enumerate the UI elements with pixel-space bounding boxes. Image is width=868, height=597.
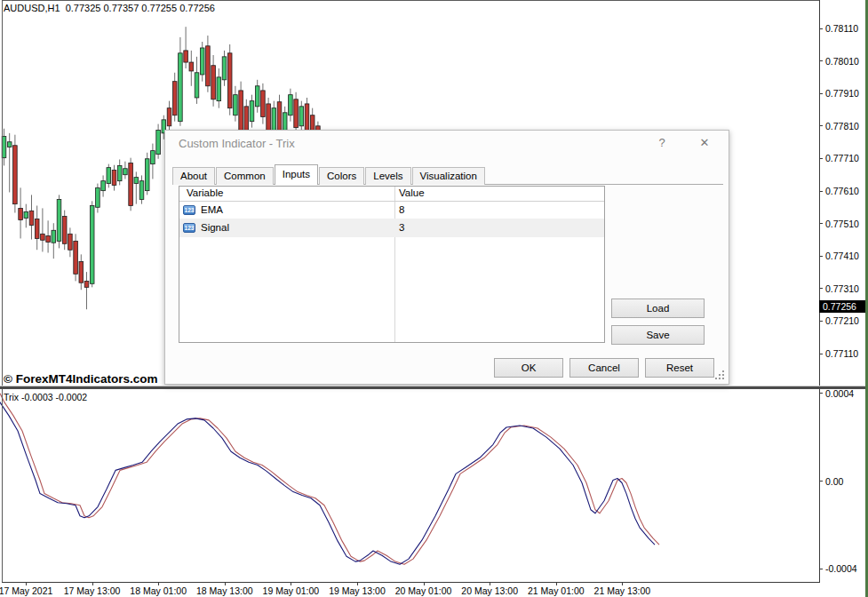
indicator-axis-tick bbox=[819, 569, 823, 569]
chart-top-border bbox=[2, 0, 820, 1]
current-price-tag: 0.77256 bbox=[819, 300, 866, 313]
indicator-axis-label: 0.0004 bbox=[825, 388, 854, 399]
price-axis-tick bbox=[819, 321, 823, 322]
column-header-variable: Variable bbox=[187, 187, 223, 198]
watermark: © ForexMT4Indicators.com bbox=[4, 372, 157, 386]
dialog-title: Custom Indicator - Trix bbox=[179, 137, 295, 150]
tab-bar: AboutCommonInputsColorsLevelsVisualizati… bbox=[172, 164, 486, 185]
numeric-parameter-icon: 123 bbox=[183, 205, 195, 215]
tab-inputs[interactable]: Inputs bbox=[275, 164, 318, 185]
indicator-axis-label: 0.00 bbox=[825, 476, 843, 487]
price-axis-tick bbox=[819, 28, 823, 29]
symbol-quote-line: AUDUSD,H1 0.77325 0.77357 0.77255 0.7725… bbox=[4, 3, 215, 13]
numeric-parameter-icon: 123 bbox=[183, 223, 195, 233]
price-axis-label: 0.77910 bbox=[825, 88, 859, 99]
indicator-axis-border bbox=[819, 389, 820, 582]
column-header-value: Value bbox=[399, 187, 425, 198]
price-axis-tick bbox=[819, 191, 823, 192]
time-axis-label: 20 May 13:00 bbox=[454, 585, 525, 596]
time-axis-label: 21 May 01:00 bbox=[521, 585, 592, 596]
mt4-chart-window: AUDUSD,H1 0.77325 0.77357 0.77255 0.7725… bbox=[0, 0, 868, 597]
tab-common[interactable]: Common bbox=[216, 167, 274, 185]
price-axis-label: 0.77410 bbox=[825, 251, 859, 261]
load-button[interactable]: Load bbox=[611, 298, 705, 318]
price-axis-tick bbox=[819, 125, 823, 126]
variable-value[interactable]: 8 bbox=[399, 204, 404, 215]
price-axis-label: 0.77810 bbox=[825, 121, 859, 131]
window-splitter[interactable] bbox=[0, 386, 868, 389]
price-axis-tick bbox=[819, 288, 823, 289]
price-axis-tick bbox=[819, 60, 823, 61]
tab-about[interactable]: About bbox=[172, 167, 215, 185]
help-icon[interactable]: ? bbox=[652, 135, 672, 151]
indicator-axis-label: -0.0004 bbox=[825, 563, 857, 574]
price-axis-label: 0.77210 bbox=[825, 315, 859, 326]
price-axis-tick bbox=[819, 223, 823, 224]
ok-button[interactable]: OK bbox=[494, 358, 563, 378]
time-axis-label: 21 May 13:00 bbox=[586, 585, 657, 596]
time-axis-label: 19 May 01:00 bbox=[255, 585, 326, 596]
price-axis-label: 0.77710 bbox=[825, 153, 859, 163]
table-rows: 123EMA8123Signal3 bbox=[179, 202, 604, 237]
price-axis-tick bbox=[819, 354, 823, 354]
price-axis-label: 0.77310 bbox=[825, 283, 859, 294]
time-axis-label: 18 May 01:00 bbox=[123, 585, 194, 596]
time-axis-label: 17 May 13:00 bbox=[57, 585, 128, 596]
indicator-axis-tick bbox=[819, 481, 823, 482]
tab-visualization[interactable]: Visualization bbox=[412, 167, 485, 185]
tab-colors[interactable]: Colors bbox=[319, 167, 364, 185]
reset-button[interactable]: Reset bbox=[645, 358, 714, 378]
cancel-button[interactable]: Cancel bbox=[569, 358, 639, 378]
indicator-value-label: Trix -0.0003 -0.0002 bbox=[4, 392, 87, 402]
price-axis-label: 0.78010 bbox=[825, 56, 859, 67]
indicator-left-border bbox=[2, 389, 3, 582]
price-axis-border bbox=[819, 0, 820, 387]
time-axis-border bbox=[2, 582, 820, 583]
indicator-axis-tick bbox=[819, 393, 823, 394]
price-axis-label: 0.77610 bbox=[825, 186, 859, 196]
time-axis-label: 17 May 2021 bbox=[0, 585, 61, 596]
variable-name: Signal bbox=[201, 222, 229, 233]
time-axis-label: 19 May 13:00 bbox=[322, 585, 393, 596]
variable-name: EMA bbox=[201, 204, 223, 215]
input-row-signal[interactable]: 123Signal3 bbox=[179, 219, 604, 237]
trix-indicator-canvas[interactable] bbox=[0, 389, 820, 582]
close-icon[interactable]: ✕ bbox=[695, 135, 714, 151]
resize-grip[interactable] bbox=[722, 378, 724, 379]
variable-value[interactable]: 3 bbox=[399, 222, 404, 233]
inputs-table: Variable Value 123EMA8123Signal3 bbox=[179, 186, 605, 343]
price-axis-tick bbox=[819, 256, 823, 257]
time-axis-label: 18 May 13:00 bbox=[189, 585, 260, 596]
custom-indicator-dialog: Custom Indicator - Trix ? ✕ AboutCommonI… bbox=[164, 130, 729, 385]
price-axis-label: 0.78110 bbox=[825, 23, 858, 34]
save-button[interactable]: Save bbox=[611, 325, 705, 345]
chart-left-border bbox=[2, 0, 3, 387]
input-row-ema[interactable]: 123EMA8 bbox=[179, 202, 604, 219]
price-axis-tick bbox=[819, 93, 823, 94]
time-axis-label: 20 May 01:00 bbox=[388, 585, 459, 596]
price-axis-tick bbox=[819, 158, 823, 159]
price-axis-label: 0.77510 bbox=[825, 219, 859, 229]
table-header: Variable Value bbox=[179, 187, 604, 202]
tab-levels[interactable]: Levels bbox=[365, 167, 410, 185]
price-axis-label: 0.77110 bbox=[825, 348, 858, 359]
